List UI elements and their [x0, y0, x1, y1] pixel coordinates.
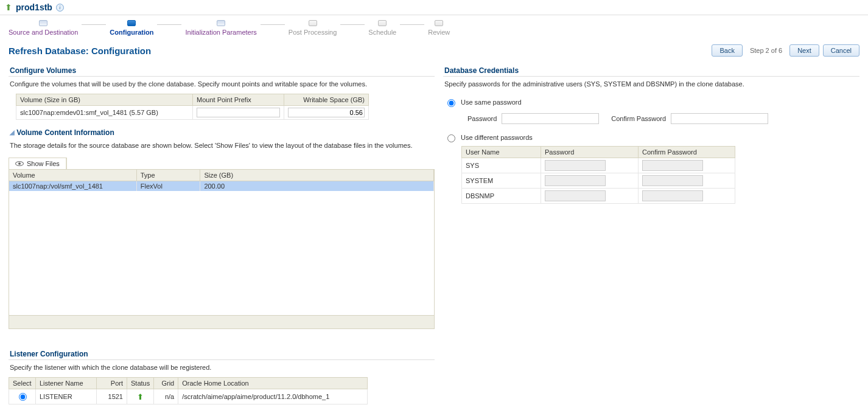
- listener-desc: Specify the listener with which the clon…: [9, 360, 435, 377]
- col-home: Oracle Home Location: [178, 378, 368, 389]
- volume-row: slc1007nap:emdev01:smf_vol_1481 (5.57 GB…: [16, 106, 369, 120]
- col-vc-volume: Volume: [9, 170, 136, 181]
- cancel-button[interactable]: Cancel: [823, 44, 859, 57]
- credentials-table: User Name Password Confirm Password SYS …: [461, 146, 735, 204]
- dbsnmp-confirm-input: [642, 190, 703, 201]
- volume-content-row[interactable]: slc1007nap:/vol/smf_vol_1481 FlexVol 200…: [9, 181, 434, 191]
- show-files-button[interactable]: Show Files: [9, 158, 66, 169]
- volume-content-desc: The storage details for the source datab…: [9, 138, 435, 155]
- volume-content-disclosure[interactable]: ◢ Volume Content Information: [9, 120, 435, 138]
- credentials-heading: Database Credentials: [443, 63, 859, 77]
- dbsnmp-password-input: [545, 190, 606, 201]
- db-name: prod1stb: [16, 2, 52, 12]
- mount-point-input[interactable]: [197, 108, 280, 117]
- back-button[interactable]: Back: [712, 44, 742, 57]
- configure-volumes-table: Volume (Size in GB) Mount Point Prefix W…: [16, 94, 369, 120]
- cred-row-system: SYSTEM: [462, 173, 735, 189]
- password-input[interactable]: [502, 113, 599, 124]
- status-up-icon: ⬆: [137, 392, 144, 401]
- password-label: Password: [467, 115, 497, 122]
- wizard-step-configuration[interactable]: Configuration: [106, 20, 157, 36]
- listener-table: Select Listener Name Port Status Grid Or…: [9, 377, 368, 404]
- sys-confirm-input: [642, 160, 703, 171]
- volume-content-grid: Volume Type Size (GB) slc1007nap:/vol/sm…: [9, 169, 435, 329]
- listener-row: LISTENER 1521 ⬆ n/a /scratch/aime/app/ai…: [9, 389, 368, 404]
- cred-row-dbsnmp: DBSNMP: [462, 189, 735, 204]
- volume-name-cell: slc1007nap:emdev01:smf_vol_1481 (5.57 GB…: [16, 106, 193, 120]
- col-volume: Volume (Size in GB): [16, 94, 193, 106]
- system-confirm-input: [642, 175, 703, 186]
- use-diff-password-label: Use different passwords: [461, 134, 533, 141]
- cred-row-sys: SYS: [462, 158, 735, 173]
- col-select: Select: [9, 378, 36, 389]
- col-vc-size: Size (GB): [200, 170, 434, 181]
- system-password-input: [545, 175, 606, 186]
- wizard-step-source-destination[interactable]: Source and Destination: [5, 20, 82, 36]
- sys-password-input: [545, 160, 606, 171]
- col-confirm: Confirm Password: [639, 147, 735, 158]
- configure-volumes-desc: Configure the volumes that will be used …: [9, 77, 435, 94]
- use-same-password-radio[interactable]: [447, 99, 455, 107]
- listener-heading: Listener Configuration: [9, 346, 435, 360]
- info-icon[interactable]: i: [56, 4, 64, 12]
- confirm-password-label: Confirm Password: [611, 115, 666, 122]
- col-vc-type: Type: [136, 170, 200, 181]
- wizard-step-init-params[interactable]: Initialization Parameters: [181, 20, 260, 36]
- wizard-step-review: Review: [424, 20, 453, 36]
- col-listener-name: Listener Name: [36, 378, 97, 389]
- writable-space-input[interactable]: [288, 108, 365, 117]
- use-diff-password-radio[interactable]: [447, 134, 455, 142]
- confirm-password-input[interactable]: [671, 113, 768, 124]
- col-grid: Grid: [154, 378, 178, 389]
- home-up-icon[interactable]: ⬆: [5, 2, 12, 12]
- col-user: User Name: [462, 147, 541, 158]
- col-password: Password: [541, 147, 639, 158]
- col-status: Status: [127, 378, 154, 389]
- step-indicator: Step 2 of 6: [746, 47, 786, 54]
- wizard-train: Source and Destination Configuration Ini…: [0, 15, 868, 38]
- use-same-password-label: Use same password: [461, 99, 522, 106]
- col-mount: Mount Point Prefix: [193, 94, 284, 106]
- wizard-step-schedule: Schedule: [365, 20, 400, 36]
- grid-footer: [9, 315, 434, 328]
- page-title: Refresh Database: Configuration: [9, 46, 151, 56]
- triangle-down-icon: ◢: [10, 129, 15, 136]
- glasses-icon: [15, 161, 24, 166]
- next-button[interactable]: Next: [789, 44, 819, 57]
- col-port: Port: [97, 378, 127, 389]
- credentials-desc: Specify passwords for the administrative…: [443, 77, 859, 94]
- listener-select-radio[interactable]: [19, 393, 27, 401]
- col-writable: Writable Space (GB): [284, 94, 369, 106]
- configure-volumes-heading: Configure Volumes: [9, 63, 435, 77]
- wizard-step-post-processing: Post Processing: [285, 20, 340, 36]
